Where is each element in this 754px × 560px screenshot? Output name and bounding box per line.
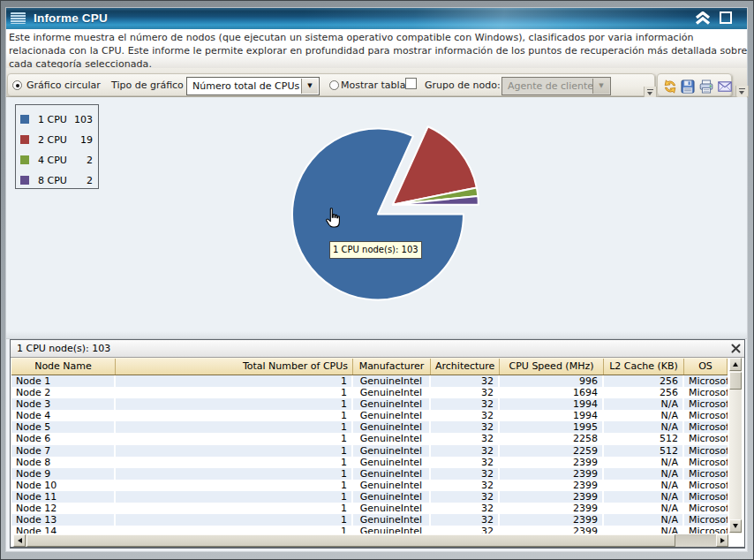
column-header[interactable]: L2 Cache (KB) — [604, 359, 684, 375]
table-row[interactable]: Node 51GenuineIntel321995N/AMicrosoft — [11, 421, 728, 433]
table-row[interactable]: Node 111GenuineIntel322399N/AMicrosoft — [11, 491, 728, 503]
node-group-checkbox[interactable] — [405, 78, 417, 89]
legend-item[interactable]: 8 CPU2 — [16, 170, 98, 191]
vertical-scrollbar[interactable] — [729, 358, 742, 534]
scroll-up-button[interactable] — [729, 358, 742, 371]
node-group-dropdown-button: ▼ — [592, 79, 609, 94]
table-cell: 512 — [604, 433, 682, 444]
table-row[interactable]: Node 71GenuineIntel322259512Microsoft — [11, 445, 728, 457]
pie-chart-radio[interactable] — [12, 80, 22, 90]
table-cell: GenuineIntel — [353, 514, 429, 526]
table-header-row: Node NameTotal Number of CPUsManufacture… — [11, 358, 728, 375]
scroll-down-button[interactable] — [729, 519, 742, 533]
email-icon[interactable] — [718, 81, 732, 92]
table-cell: N/A — [604, 410, 682, 421]
chart-type-select[interactable]: Número total de CPUs ▼ — [186, 77, 320, 95]
table-cell: 1 — [116, 375, 351, 387]
pie-chart[interactable] — [253, 106, 501, 327]
print-icon[interactable] — [699, 79, 713, 94]
table-cell: Node 2 — [11, 387, 114, 398]
node-group-value: Agente de cliente — [508, 78, 593, 95]
close-icon[interactable] — [730, 343, 742, 354]
table-cell: 32 — [431, 387, 498, 398]
chart-area: 1 CPU1032 CPU194 CPU28 CPU2 1 CPU node(s… — [6, 97, 747, 331]
table-cell: Microsoft — [684, 410, 728, 421]
table-row[interactable]: Node 91GenuineIntel322399N/AMicrosoft — [11, 468, 728, 480]
application-window: Informe CPU Este informe muestra el núme… — [0, 0, 754, 560]
legend-swatch — [20, 155, 29, 164]
table-cell: GenuineIntel — [353, 480, 429, 491]
table-cell: 1 — [116, 433, 351, 444]
legend-swatch — [20, 135, 29, 144]
table-row[interactable]: Node 31GenuineIntel321994N/AMicrosoft — [11, 398, 728, 410]
collapse-icon[interactable] — [694, 11, 712, 25]
table-cell: N/A — [604, 503, 682, 514]
scroll-right-button[interactable] — [716, 534, 728, 547]
horizontal-scroll-thumb[interactable] — [26, 534, 675, 547]
legend-item[interactable]: 4 CPU2 — [16, 150, 98, 170]
show-table-radio[interactable] — [329, 80, 339, 90]
horizontal-scrollbar[interactable] — [13, 534, 728, 547]
table-row[interactable]: Node 81GenuineIntel322399N/AMicrosoft — [11, 457, 728, 468]
table-row[interactable]: Node 61GenuineIntel322258512Microsoft — [11, 433, 728, 444]
show-table-radio-label[interactable]: Mostrar tabla — [341, 74, 405, 97]
table-cell: 996 — [500, 375, 602, 387]
legend-item[interactable]: 2 CPU19 — [16, 130, 98, 150]
table-cell: 32 — [431, 410, 498, 421]
table-row[interactable]: Node 11GenuineIntel32996256Microsoft — [11, 375, 728, 387]
node-group-select: Agente de cliente ▼ — [501, 77, 611, 95]
column-header[interactable]: OS — [684, 359, 728, 375]
column-header[interactable]: Total Number of CPUs — [116, 359, 353, 375]
overflow-bar-icon — [647, 89, 653, 90]
table-cell: GenuineIntel — [353, 468, 429, 480]
report-description: Este informe muestra el número de nodos … — [6, 29, 747, 68]
table-row[interactable]: Node 131GenuineIntel322399N/AMicrosoft — [11, 514, 728, 526]
column-header[interactable]: CPU Speed (MHz) — [500, 359, 604, 375]
chart-type-dropdown-button[interactable]: ▼ — [301, 79, 318, 94]
chevron-down-icon: ▼ — [599, 83, 603, 89]
table-row[interactable]: Node 21GenuineIntel321694256Microsoft — [11, 387, 728, 398]
table-cell: N/A — [604, 457, 682, 468]
drilldown-table: Node NameTotal Number of CPUsManufacture… — [11, 358, 728, 534]
table-cell: Node 8 — [11, 457, 114, 468]
legend-label: 1 CPU — [38, 110, 67, 130]
table-cell: GenuineIntel — [353, 375, 429, 387]
restore-icon[interactable] — [719, 11, 733, 25]
table-cell: GenuineIntel — [353, 421, 429, 433]
table-cell: 2399 — [500, 526, 602, 534]
table-cell: 1 — [116, 480, 351, 491]
window-content: Informe CPU Este informe muestra el núme… — [6, 8, 747, 551]
scroll-left-button[interactable] — [13, 534, 26, 547]
column-header[interactable]: Node Name — [11, 359, 116, 375]
panel-splitter[interactable] — [6, 331, 747, 339]
table-cell: GenuineIntel — [353, 491, 429, 503]
table-cell: N/A — [604, 421, 682, 433]
pie-chart-radio-label[interactable]: Gráfico circular — [26, 74, 101, 97]
table-row[interactable]: Node 41GenuineIntel321994N/AMicrosoft — [11, 410, 728, 421]
toolbar-icons-overflow-button[interactable] — [735, 86, 749, 98]
refresh-icon[interactable] — [663, 79, 677, 94]
table-cell: 256 — [604, 375, 682, 387]
table-cell: 1 — [116, 387, 351, 398]
table-cell: 2259 — [500, 445, 602, 457]
drilldown-panel-header: 1 CPU node(s): 103 — [11, 340, 744, 358]
table-cell: 1995 — [500, 421, 602, 433]
legend-item[interactable]: 1 CPU103 — [16, 110, 98, 130]
table-cell: 1 — [116, 398, 351, 410]
legend-value: 103 — [74, 110, 93, 130]
table-cell: 1694 — [500, 387, 602, 398]
vertical-scroll-thumb[interactable] — [729, 372, 742, 390]
table-row[interactable]: Node 141GenuineIntel322399N/AMicrosoft — [11, 526, 728, 534]
column-header[interactable]: Architecture — [431, 359, 500, 375]
save-icon[interactable] — [681, 79, 695, 94]
table-cell: Node 11 — [11, 491, 114, 503]
table-cell: 32 — [431, 491, 498, 503]
table-row[interactable]: Node 121GenuineIntel322399N/AMicrosoft — [11, 503, 728, 514]
table-cell: 32 — [431, 375, 498, 387]
table-row[interactable]: Node 101GenuineIntel322399N/AMicrosoft — [11, 480, 728, 491]
table-cell: 1 — [116, 421, 351, 433]
description-line: Este informe muestra el número de nodos … — [6, 31, 747, 44]
table-cell: 2258 — [500, 433, 602, 444]
column-header[interactable]: Manufacturer — [353, 359, 431, 375]
drilldown-title: 1 CPU node(s): 103 — [17, 340, 110, 357]
